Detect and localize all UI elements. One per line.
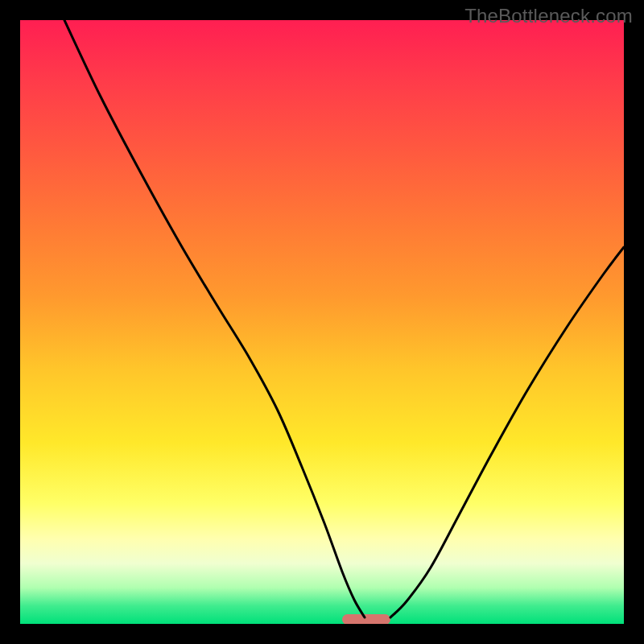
curve-right-branch xyxy=(390,247,624,617)
watermark-text: TheBottleneck.com xyxy=(464,5,633,27)
chart-frame: TheBottleneck.com xyxy=(0,0,644,644)
plot-area xyxy=(20,20,624,624)
bottleneck-curve xyxy=(20,20,624,624)
curve-left-branch xyxy=(64,20,365,617)
